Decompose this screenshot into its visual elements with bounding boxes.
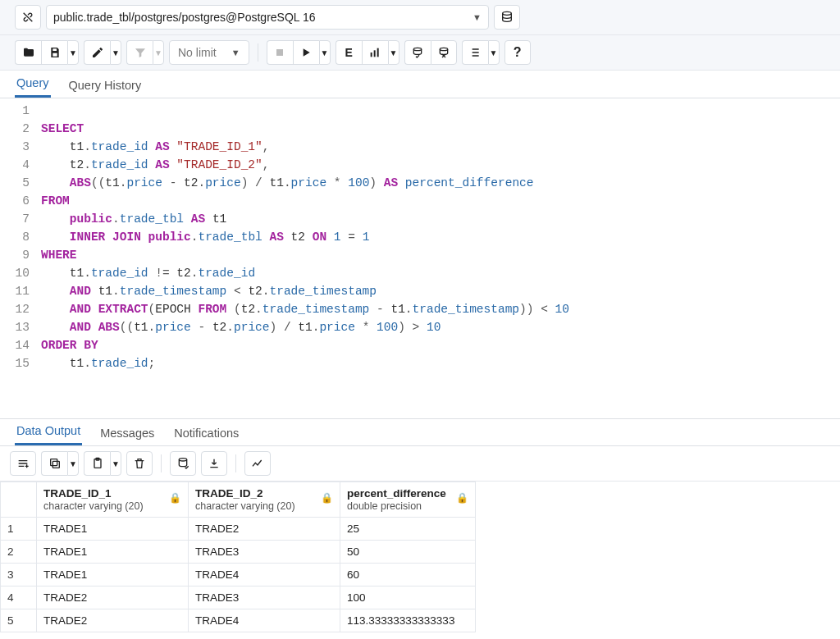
limit-label: No limit xyxy=(178,46,217,59)
connection-label: public.trade_tbl/postgres/postgres@Postg… xyxy=(53,11,316,24)
edit-button[interactable] xyxy=(84,40,110,65)
sql-editor[interactable]: 123456789101112131415 SELECT t1.trade_id… xyxy=(0,98,840,412)
svg-point-11 xyxy=(179,459,186,461)
explain-dropdown[interactable]: ▼ xyxy=(388,40,399,65)
macros-dropdown[interactable]: ▼ xyxy=(488,40,500,65)
open-file-button[interactable] xyxy=(15,40,41,65)
row-number-header[interactable] xyxy=(1,482,37,518)
save-dropdown[interactable]: ▼ xyxy=(67,40,79,65)
save-data-button[interactable] xyxy=(170,451,196,476)
delete-button[interactable] xyxy=(126,451,153,476)
svg-point-5 xyxy=(413,48,421,50)
svg-rect-8 xyxy=(50,459,57,466)
svg-rect-7 xyxy=(52,461,59,468)
toolbar-divider xyxy=(161,454,162,472)
sql-code[interactable]: SELECT t1.trade_id AS "TRADE_ID_1", t2.t… xyxy=(36,98,569,412)
tab-messages[interactable]: Messages xyxy=(98,421,156,445)
stop-button[interactable] xyxy=(267,40,293,65)
limit-select[interactable]: No limit ▼ xyxy=(169,40,249,65)
disconnect-icon[interactable] xyxy=(15,5,41,30)
line-gutter: 123456789101112131415 xyxy=(0,98,36,412)
copy-button[interactable] xyxy=(41,451,67,476)
explain-button[interactable]: E xyxy=(336,40,362,65)
chevron-down-icon: ▼ xyxy=(231,48,240,57)
column-header[interactable]: TRADE_ID_1character varying (20)🔒 xyxy=(37,482,189,518)
svg-rect-2 xyxy=(371,52,372,57)
table-row[interactable]: 2TRADE1TRADE350 xyxy=(1,541,476,564)
execute-dropdown[interactable]: ▼ xyxy=(319,40,331,65)
tab-query-history[interactable]: Query History xyxy=(67,73,144,98)
toolbar-divider xyxy=(258,43,258,62)
toolbar-divider xyxy=(235,454,236,472)
database-icon[interactable] xyxy=(494,5,520,30)
svg-point-0 xyxy=(503,11,512,15)
connection-bar: public.trade_tbl/postgres/postgres@Postg… xyxy=(0,0,840,35)
filter-button[interactable] xyxy=(126,40,153,65)
filter-dropdown[interactable]: ▼ xyxy=(153,40,164,65)
tab-data-output[interactable]: Data Output xyxy=(15,418,82,445)
svg-rect-1 xyxy=(276,49,283,56)
output-toolbar: ▼ ▼ xyxy=(0,446,840,482)
execute-button[interactable] xyxy=(293,40,319,65)
tab-notifications[interactable]: Notifications xyxy=(172,421,240,445)
svg-rect-4 xyxy=(377,48,379,57)
macros-button[interactable] xyxy=(462,40,488,65)
lock-icon: 🔒 xyxy=(169,492,181,504)
column-header[interactable]: percent_differencedouble precision🔒 xyxy=(340,482,476,518)
tab-query[interactable]: Query xyxy=(15,71,51,98)
help-button[interactable]: ? xyxy=(504,40,531,65)
add-row-button[interactable] xyxy=(10,451,36,476)
column-header[interactable]: TRADE_ID_2character varying (20)🔒 xyxy=(189,482,340,518)
output-tabs: Data Output Messages Notifications xyxy=(0,418,840,446)
rollback-button[interactable] xyxy=(431,40,457,65)
graph-button[interactable] xyxy=(244,451,271,476)
table-row[interactable]: 3TRADE1TRADE460 xyxy=(1,564,476,587)
lock-icon: 🔒 xyxy=(321,492,333,504)
svg-rect-3 xyxy=(374,50,376,57)
paste-dropdown[interactable]: ▼ xyxy=(110,451,121,476)
save-button[interactable] xyxy=(41,40,67,65)
table-row[interactable]: 5TRADE2TRADE4113.33333333333333 xyxy=(1,609,476,632)
copy-dropdown[interactable]: ▼ xyxy=(67,451,79,476)
svg-point-6 xyxy=(440,48,447,50)
edit-dropdown[interactable]: ▼ xyxy=(110,40,121,65)
commit-button[interactable] xyxy=(404,40,431,65)
explain-analyze-button[interactable] xyxy=(362,40,388,65)
paste-button[interactable] xyxy=(84,451,110,476)
main-toolbar: ▼ ▼ ▼ No limit ▼ ▼ E ▼ ▼ ? xyxy=(0,35,840,71)
download-button[interactable] xyxy=(201,451,227,476)
connection-select[interactable]: public.trade_tbl/postgres/postgres@Postg… xyxy=(46,5,489,30)
results-table[interactable]: TRADE_ID_1character varying (20)🔒 TRADE_… xyxy=(0,482,476,632)
editor-tabs: Query Query History xyxy=(0,71,840,98)
chevron-down-icon: ▼ xyxy=(472,12,482,22)
table-row[interactable]: 1TRADE1TRADE225 xyxy=(1,518,476,541)
table-row[interactable]: 4TRADE2TRADE3100 xyxy=(1,587,476,609)
lock-icon: 🔒 xyxy=(456,492,468,504)
